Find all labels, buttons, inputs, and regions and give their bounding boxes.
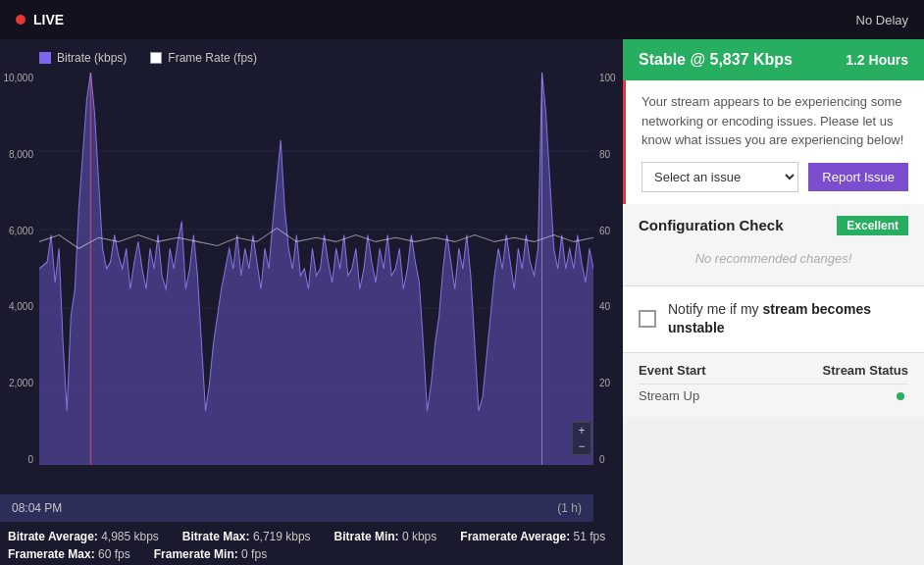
y-right-3: 40 <box>599 301 610 312</box>
issue-select[interactable]: Select an issue Dropped Frames High CPU … <box>642 162 798 192</box>
notify-section[interactable]: Notify me if my stream becomesunstable <box>623 286 924 353</box>
event-section: Event Start Stream Status Stream Up <box>623 353 924 417</box>
chart-area: Bitrate (kbps) Frame Rate (fps) 10,000 8… <box>0 39 623 565</box>
y-left-3: 4,000 <box>9 301 33 312</box>
stat-bitrate-avg: Bitrate Average: 4,985 kbps <box>8 530 159 543</box>
delay-label: No Delay <box>856 13 908 27</box>
config-title: Configuration Check <box>639 217 784 233</box>
config-section: Configuration Check Excellent No recomme… <box>623 204 924 286</box>
framerate-legend-icon <box>150 52 162 64</box>
chart-svg <box>39 73 593 465</box>
framerate-legend-label: Frame Rate (fps) <box>168 51 257 65</box>
stat-framerate-max: Framerate Max: 60 fps <box>8 547 130 561</box>
event-start-value: Stream Up <box>639 388 699 403</box>
chart-legend: Bitrate (kbps) Frame Rate (fps) <box>0 47 623 73</box>
status-green-dot-icon <box>897 392 904 400</box>
zoom-controls: + − <box>572 422 591 455</box>
report-issue-button[interactable]: Report Issue <box>808 163 908 191</box>
live-dot-icon <box>16 15 26 25</box>
y-axis-right: 100 80 60 40 20 0 <box>595 73 623 465</box>
chart-wrapper: 10,000 8,000 6,000 4,000 2,000 0 100 80 … <box>0 73 623 494</box>
event-status-value <box>897 388 908 403</box>
zoom-out-button[interactable]: − <box>573 438 590 454</box>
y-right-1: 80 <box>599 149 610 160</box>
bitrate-legend-icon <box>39 52 51 64</box>
event-table-header: Event Start Stream Status <box>639 363 908 378</box>
live-badge: LIVE <box>16 12 64 27</box>
right-panel: Stable @ 5,837 Kbps 1.2 Hours Your strea… <box>623 39 924 565</box>
y-right-5: 0 <box>599 454 605 465</box>
main-content: Bitrate (kbps) Frame Rate (fps) 10,000 8… <box>0 39 924 565</box>
y-left-2: 6,000 <box>9 226 33 236</box>
y-right-0: 100 <box>599 73 616 83</box>
status-title: Stable @ 5,837 Kbps <box>639 51 793 69</box>
stream-status-header: Stable @ 5,837 Kbps 1.2 Hours <box>623 39 924 80</box>
legend-framerate: Frame Rate (fps) <box>150 51 257 65</box>
topbar: LIVE No Delay <box>0 0 924 39</box>
stat-bitrate-max: Bitrate Max: 6,719 kbps <box>182 530 311 543</box>
y-axis-left: 10,000 8,000 6,000 4,000 2,000 0 <box>0 73 37 465</box>
excellent-badge: Excellent <box>837 216 908 235</box>
issue-controls: Select an issue Dropped Frames High CPU … <box>642 162 908 192</box>
time-bar: 08:04 PM (1 h) <box>0 494 593 522</box>
table-row: Stream Up <box>639 384 908 407</box>
y-right-4: 20 <box>599 378 610 388</box>
stat-framerate-avg: Framerate Average: 51 fps <box>460 530 605 543</box>
notify-label: Notify me if my stream becomesunstable <box>668 300 871 338</box>
y-right-2: 60 <box>599 226 610 236</box>
y-left-5: 0 <box>27 454 33 465</box>
stats-row: Bitrate Average: 4,985 kbps Bitrate Max:… <box>0 522 623 565</box>
zoom-in-button[interactable]: + <box>573 423 590 438</box>
event-col-status: Stream Status <box>823 363 908 378</box>
no-changes-text: No recommended changes! <box>639 243 908 274</box>
issue-description: Your stream appears to be experiencing s… <box>642 92 908 150</box>
bitrate-legend-label: Bitrate (kbps) <box>57 51 127 65</box>
issue-section: Your stream appears to be experiencing s… <box>623 80 924 204</box>
y-left-0: 10,000 <box>3 73 33 83</box>
status-time: 1.2 Hours <box>846 52 908 68</box>
legend-bitrate: Bitrate (kbps) <box>39 51 127 65</box>
config-header: Configuration Check Excellent <box>639 216 908 235</box>
y-left-1: 8,000 <box>9 149 33 160</box>
event-col-start: Event Start <box>639 363 706 378</box>
live-label: LIVE <box>33 12 64 27</box>
time-range-label: (1 h) <box>557 501 582 515</box>
notify-checkbox[interactable] <box>639 310 656 328</box>
y-left-4: 2,000 <box>9 378 33 388</box>
chart-svg-container <box>39 73 593 465</box>
time-start-label: 08:04 PM <box>12 501 62 515</box>
stat-bitrate-min: Bitrate Min: 0 kbps <box>334 530 437 543</box>
stat-framerate-min: Framerate Min: 0 fps <box>154 547 267 561</box>
